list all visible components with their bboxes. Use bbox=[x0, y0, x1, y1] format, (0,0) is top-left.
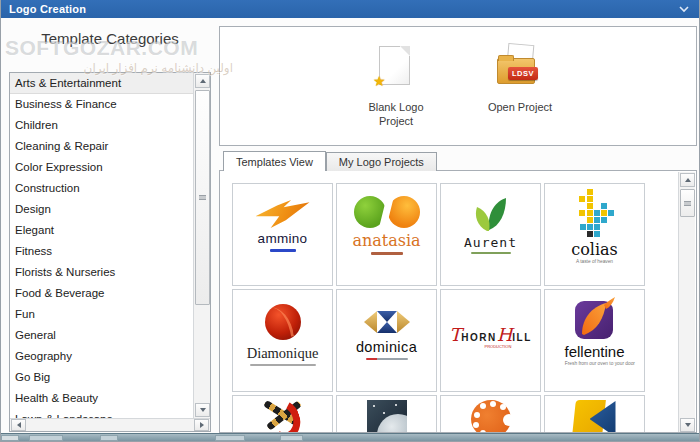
category-go-big[interactable]: Go Big bbox=[10, 367, 193, 388]
scroll-left-button[interactable] bbox=[11, 419, 26, 431]
template-name: fellentine bbox=[545, 344, 644, 361]
template-name: Diamonique bbox=[233, 346, 332, 362]
template-tagline: PRODUCTION bbox=[473, 344, 523, 349]
open-project-button[interactable]: LDSV Open Project bbox=[475, 44, 565, 114]
template-name: ammino bbox=[233, 232, 332, 247]
red-ribbon-logo-icon bbox=[262, 400, 304, 433]
tagline-bar bbox=[366, 358, 408, 360]
category-construction[interactable]: Construction bbox=[10, 178, 193, 199]
category-fun[interactable]: Fun bbox=[10, 304, 193, 325]
scroll-up-button[interactable] bbox=[680, 173, 695, 187]
star-icon: ★ bbox=[373, 73, 386, 89]
blank-project-label: Blank Logo Project bbox=[351, 100, 441, 129]
thorn-h: H bbox=[497, 324, 513, 345]
category-general[interactable]: General bbox=[10, 325, 193, 346]
category-florists-nurseries[interactable]: Florists & Nurseries bbox=[10, 262, 193, 283]
template-card-aurent[interactable]: Aurent bbox=[440, 183, 541, 286]
template-card-diamonique[interactable]: Diamonique bbox=[232, 289, 333, 392]
template-card-partial-4[interactable] bbox=[544, 395, 645, 433]
anatasia-logo-icon bbox=[352, 194, 422, 230]
template-tagline: Fresh from our oven to your door bbox=[565, 361, 624, 366]
category-horizontal-scrollbar[interactable] bbox=[10, 418, 210, 431]
template-card-partial-2[interactable] bbox=[336, 395, 437, 433]
yellow-blue-arrow-logo-icon bbox=[574, 400, 616, 433]
category-cleaning-repair[interactable]: Cleaning & Repair bbox=[10, 136, 193, 157]
dominica-logo-icon bbox=[363, 308, 411, 336]
project-actions-panel: ★ Blank Logo Project LDSV Open Project bbox=[219, 26, 697, 146]
scroll-up-button[interactable] bbox=[195, 74, 210, 88]
colias-logo-icon bbox=[571, 189, 619, 239]
window-title: Logo Creation bbox=[9, 3, 86, 15]
template-card-dominica[interactable]: dominica bbox=[336, 289, 437, 392]
ldsv-file-badge: LDSV bbox=[508, 67, 538, 80]
open-project-label: Open Project bbox=[475, 100, 565, 114]
templates-vertical-scrollbar[interactable] bbox=[678, 172, 695, 433]
tagline-bar bbox=[270, 249, 296, 252]
scroll-down-button[interactable] bbox=[195, 403, 210, 417]
diamonique-logo-icon bbox=[265, 304, 301, 340]
blank-logo-project-button[interactable]: ★ Blank Logo Project bbox=[351, 44, 441, 129]
tagline-bar bbox=[471, 252, 511, 254]
logo-creation-window: Logo Creation SOFTGOZAR.COM اولین دانشنا… bbox=[0, 0, 700, 442]
category-design[interactable]: Design bbox=[10, 199, 193, 220]
blank-document-icon: ★ bbox=[351, 44, 441, 88]
template-name: anatasia bbox=[337, 232, 436, 250]
template-categories-heading: Template Categories bbox=[9, 30, 211, 47]
template-card-colias[interactable]: colias A taste of heaven bbox=[544, 183, 645, 286]
scroll-right-button[interactable] bbox=[194, 419, 209, 431]
category-elegant[interactable]: Elegant bbox=[10, 220, 193, 241]
tagline-bar bbox=[371, 252, 403, 255]
template-card-fellentine[interactable]: fellentine Fresh from our oven to your d… bbox=[544, 289, 645, 392]
category-fitness[interactable]: Fitness bbox=[10, 241, 193, 262]
category-geography[interactable]: Geography bbox=[10, 346, 193, 367]
template-name: dominica bbox=[337, 340, 436, 356]
category-vertical-scrollbar[interactable] bbox=[193, 73, 210, 418]
thorn-t: T bbox=[449, 324, 461, 345]
night-sky-logo-icon bbox=[367, 400, 407, 433]
thorn-ill: ILL bbox=[512, 332, 532, 343]
category-items: Arts & Entertainment Business & Finance … bbox=[10, 73, 193, 418]
template-card-anatasia[interactable]: anatasia bbox=[336, 183, 437, 286]
collapse-chevron-icon[interactable] bbox=[677, 3, 691, 15]
category-business-finance[interactable]: Business & Finance bbox=[10, 94, 193, 115]
title-bar: Logo Creation bbox=[1, 0, 699, 18]
bottom-taskbar-strip bbox=[1, 433, 699, 441]
category-listbox: Arts & Entertainment Business & Finance … bbox=[9, 72, 211, 432]
template-name: colias bbox=[545, 241, 644, 259]
template-name: Aurent bbox=[441, 236, 540, 250]
ammino-logo-icon bbox=[256, 200, 310, 228]
view-tabs: Templates View My Logo Projects bbox=[223, 151, 437, 171]
template-card-thorn-hill[interactable]: THORNHILL PRODUCTION bbox=[440, 289, 541, 392]
template-card-partial-3[interactable] bbox=[440, 395, 541, 433]
scroll-down-button[interactable] bbox=[680, 418, 695, 432]
category-food-beverage[interactable]: Food & Beverage bbox=[10, 283, 193, 304]
template-card-partial-1[interactable] bbox=[232, 395, 333, 433]
open-folder-icon: LDSV bbox=[475, 44, 565, 88]
template-tagline: A taste of heaven bbox=[565, 259, 624, 264]
templates-grid-panel: ammino anatasia Aurent bbox=[219, 170, 697, 433]
thorn-horn: HORN bbox=[461, 332, 496, 343]
tagline-bar bbox=[250, 364, 316, 366]
category-color-expression[interactable]: Color Expression bbox=[10, 157, 193, 178]
scroll-thumb[interactable] bbox=[680, 189, 695, 217]
template-card-ammino[interactable]: ammino bbox=[232, 183, 333, 286]
scroll-thumb[interactable] bbox=[195, 90, 210, 305]
paint-palette-logo-icon bbox=[471, 400, 511, 433]
category-arts-entertainment[interactable]: Arts & Entertainment bbox=[10, 73, 193, 94]
tab-my-logo-projects[interactable]: My Logo Projects bbox=[326, 152, 437, 171]
category-lawn-landscape[interactable]: Lawn & Landscape bbox=[10, 409, 193, 418]
category-children[interactable]: Children bbox=[10, 115, 193, 136]
fellentine-logo-icon bbox=[572, 296, 618, 342]
thorn-hill-logo-icon: THORNHILL PRODUCTION bbox=[441, 324, 540, 353]
aurent-logo-icon bbox=[469, 196, 513, 232]
category-health-beauty[interactable]: Health & Beauty bbox=[10, 388, 193, 409]
tab-templates-view[interactable]: Templates View bbox=[223, 151, 326, 171]
